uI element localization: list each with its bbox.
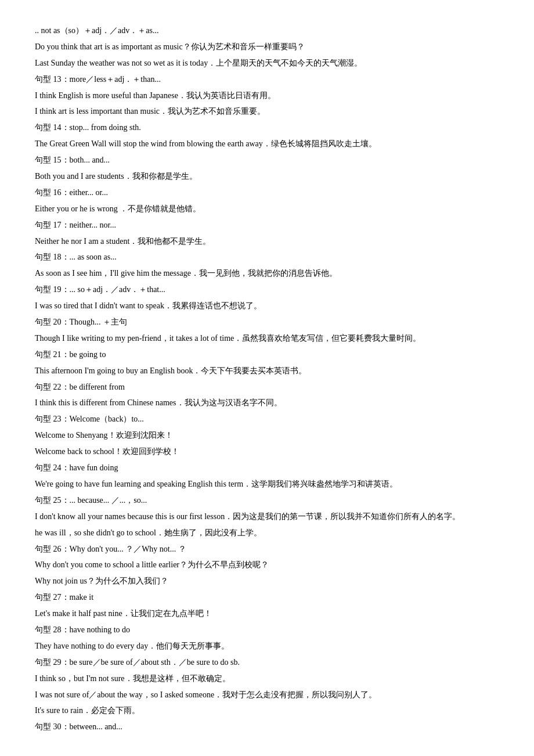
text-line: 句型 17：neither... nor... [35,218,499,233]
text-line: I think English is more useful than Japa… [35,88,499,103]
text-line: Do you think that art is as important as… [35,39,499,55]
text-line: 句型 30：between... and... [35,719,499,735]
text-line: Either you or he is wrong ．不是你错就是他错。 [35,201,499,217]
text-line: 句型 18：... as soon as... [35,250,499,265]
text-line: Neither he nor I am a student．我和他都不是学生。 [35,234,499,249]
text-line: Though I like writing to my pen-friend，i… [35,331,499,346]
text-line: The Great Green Wall will stop the wind … [35,136,499,152]
text-line: As soon as I see him，I'll give him the m… [35,266,499,281]
text-line: 句型 13：more／less＋adj．＋than... [35,72,499,87]
text-line: It's sure to rain．必定会下雨。 [35,703,499,718]
text-line: 句型 24：have fun doing [35,460,499,476]
text-line: Welcome to Shenyang！欢迎到沈阳来！ [35,428,499,443]
text-line: I think so，but I'm not sure．我想是这样，但不敢确定。 [35,671,499,686]
text-lines: .. not as（so）＋adj．／adv．＋as...Do you thin… [35,23,499,735]
text-line: Both you and I are students．我和你都是学生。 [35,169,499,184]
text-line: Let's make it half past nine．让我们定在九点半吧！ [35,606,499,621]
text-line: They have nothing to do every day．他们每天无所… [35,639,499,654]
text-line: Last Sunday the weather was not so wet a… [35,56,499,71]
text-line: .. not as（so）＋adj．／adv．＋as... [35,23,499,38]
text-line: 句型 14：stop... from doing sth. [35,120,499,135]
page-number: 5 [35,752,499,756]
text-line: 句型 29：be sure／be sure of／about sth．／be s… [35,655,499,670]
text-line: 句型 26：Why don't you... ？／Why not... ？ [35,542,499,557]
text-line: This afternoon I'm going to buy an Engli… [35,363,499,379]
text-line: 句型 16：either... or... [35,185,499,200]
text-line: We're going to have fun learning and spe… [35,477,499,492]
text-line: I was so tired that I didn't want to spe… [35,298,499,314]
text-line: 句型 28：have nothing to do [35,622,499,638]
text-line: Welcome back to school！欢迎回到学校！ [35,444,499,459]
text-line: 句型 19：... so＋adj．／adv．＋that... [35,282,499,297]
text-line: 句型 20：Though... ＋主句 [35,315,499,330]
text-line: 句型 27：make it [35,590,499,605]
text-line: 句型 21：be going to [35,347,499,362]
text-line: 句型 25：... because... ／...，so... [35,493,499,508]
text-line: I don't know all your names because this… [35,509,499,524]
text-line: Why not join us？为什么不加入我们？ [35,574,499,589]
text-line: 句型 22：be different from [35,380,499,395]
text-line: Why don't you come to school a little ea… [35,557,499,573]
text-line: I was not sure of／about the way，so I ask… [35,687,499,703]
text-line: I think this is different from Chinese n… [35,395,499,411]
text-line: 句型 15：both... and... [35,153,499,168]
text-line: he was ill，so she didn't go to school．她生… [35,525,499,541]
page-content: .. not as（so）＋adj．／adv．＋as...Do you thin… [35,23,499,756]
text-line: 句型 23：Welcome（back）to... [35,412,499,427]
text-line: I think art is less important than music… [35,104,499,119]
